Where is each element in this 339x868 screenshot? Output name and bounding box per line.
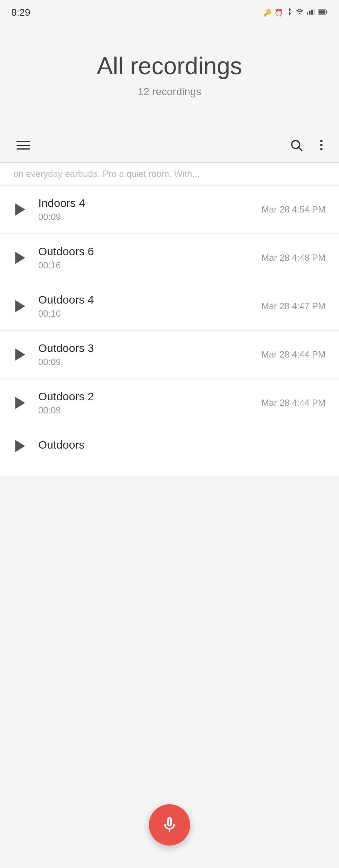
play-button-0[interactable] bbox=[14, 203, 27, 216]
play-button-2[interactable] bbox=[14, 299, 27, 313]
recording-item[interactable]: Outdoors 6 00:16 Mar 28 4:48 PM bbox=[0, 234, 339, 282]
recording-info-0: Indoors 4 00:09 bbox=[38, 197, 261, 222]
recording-duration-3: 00:09 bbox=[38, 357, 261, 367]
recording-duration-0: 00:09 bbox=[38, 212, 261, 222]
search-icon bbox=[290, 138, 303, 152]
recording-info-3: Outdoors 3 00:09 bbox=[38, 342, 261, 367]
search-button[interactable] bbox=[286, 135, 306, 155]
recording-info-partial: Outdoors bbox=[38, 438, 326, 453]
recording-date-0: Mar 28 4:54 PM bbox=[261, 204, 326, 215]
toolbar-right bbox=[286, 135, 326, 155]
recording-item[interactable]: Outdoors 4 00:10 Mar 28 4:47 PM bbox=[0, 282, 339, 331]
partial-top-item: on everyday earbuds. Pro a quiet room. W… bbox=[0, 163, 339, 186]
page-subtitle: 12 recordings bbox=[138, 86, 201, 98]
recording-item[interactable]: Outdoors 3 00:09 Mar 28 4:44 PM bbox=[0, 331, 339, 379]
svg-rect-3 bbox=[314, 9, 315, 15]
toolbar bbox=[0, 128, 339, 162]
bluetooth-icon bbox=[286, 7, 292, 18]
play-icon-1 bbox=[15, 252, 25, 264]
status-time: 8:29 bbox=[11, 7, 30, 18]
play-button-1[interactable] bbox=[14, 251, 27, 265]
recording-info-2: Outdoors 4 00:10 bbox=[38, 293, 261, 319]
recording-info-1: Outdoors 6 00:16 bbox=[38, 245, 261, 271]
play-button-partial[interactable] bbox=[14, 439, 27, 453]
svg-rect-2 bbox=[311, 10, 313, 15]
menu-button[interactable] bbox=[14, 138, 33, 153]
svg-rect-0 bbox=[307, 12, 308, 15]
play-icon-partial bbox=[15, 440, 25, 452]
recording-name-4: Outdoors 2 bbox=[38, 390, 261, 403]
more-dots-icon bbox=[320, 140, 322, 150]
hamburger-icon bbox=[16, 141, 30, 150]
recording-date-4: Mar 28 4:44 PM bbox=[261, 398, 326, 408]
recording-duration-4: 00:09 bbox=[38, 405, 261, 416]
recording-name-0: Indoors 4 bbox=[38, 197, 261, 210]
play-icon-0 bbox=[15, 204, 25, 216]
svg-rect-1 bbox=[309, 11, 310, 15]
signal-icon bbox=[307, 9, 315, 16]
play-icon-4 bbox=[15, 397, 25, 409]
play-icon-2 bbox=[15, 300, 25, 312]
more-options-button[interactable] bbox=[317, 137, 326, 153]
alarm-icon: ⏰ bbox=[274, 9, 283, 17]
key-icon: 🔑 bbox=[263, 9, 272, 17]
header-section: All recordings 12 recordings bbox=[0, 22, 339, 128]
recording-date-1: Mar 28 4:48 PM bbox=[261, 253, 326, 263]
play-button-4[interactable] bbox=[14, 396, 27, 410]
status-bar: 8:29 🔑 ⏰ bbox=[0, 0, 339, 22]
play-icon-3 bbox=[15, 349, 25, 361]
wifi-icon bbox=[296, 8, 304, 17]
battery-icon bbox=[318, 9, 328, 16]
partial-bottom-item[interactable]: Outdoors bbox=[0, 427, 339, 476]
recording-item[interactable]: Indoors 4 00:09 Mar 28 4:54 PM bbox=[0, 186, 339, 234]
partial-text: on everyday earbuds. Pro a quiet room. W… bbox=[14, 169, 200, 179]
microphone-icon bbox=[160, 816, 179, 834]
recording-duration-1: 00:16 bbox=[38, 260, 261, 271]
record-fab-button[interactable] bbox=[149, 804, 190, 846]
recording-name-3: Outdoors 3 bbox=[38, 342, 261, 355]
toolbar-left bbox=[14, 138, 33, 153]
recording-date-3: Mar 28 4:44 PM bbox=[261, 349, 326, 360]
recording-info-4: Outdoors 2 00:09 bbox=[38, 390, 261, 416]
play-button-3[interactable] bbox=[14, 348, 27, 361]
recording-name-1: Outdoors 6 bbox=[38, 245, 261, 258]
svg-rect-5 bbox=[326, 11, 327, 13]
status-icons: 🔑 ⏰ bbox=[263, 7, 328, 18]
recording-name-partial: Outdoors bbox=[38, 438, 326, 451]
recording-name-2: Outdoors 4 bbox=[38, 293, 261, 306]
svg-rect-6 bbox=[319, 10, 326, 14]
recording-duration-2: 00:10 bbox=[38, 308, 261, 319]
recording-item[interactable]: Outdoors 2 00:09 Mar 28 4:44 PM bbox=[0, 379, 339, 427]
recording-date-2: Mar 28 4:47 PM bbox=[261, 301, 326, 311]
page-title: All recordings bbox=[97, 52, 242, 80]
recordings-list: on everyday earbuds. Pro a quiet room. W… bbox=[0, 162, 339, 476]
svg-line-8 bbox=[299, 148, 302, 151]
